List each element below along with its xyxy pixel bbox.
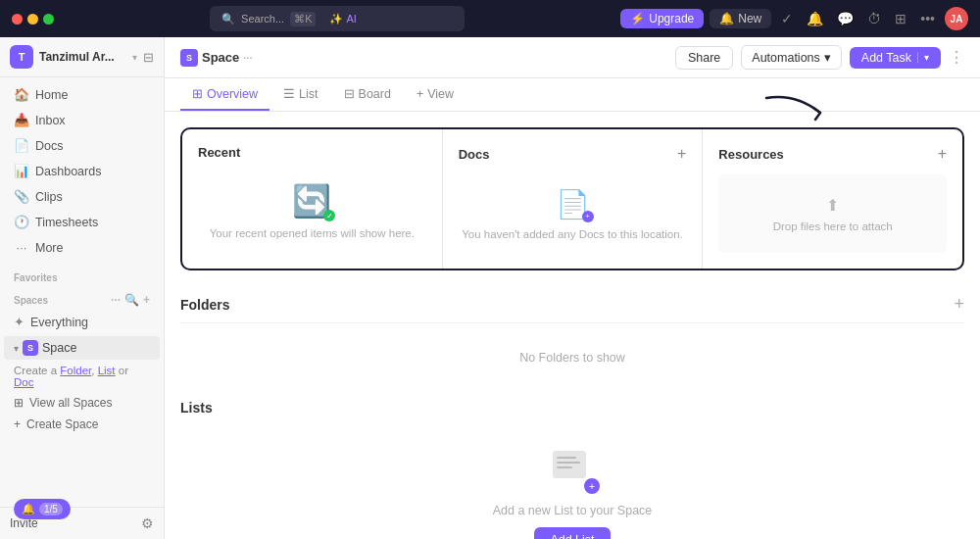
create-space[interactable]: + Create Space [0,414,164,435]
home-icon: 🏠 [14,87,29,102]
spaces-menu-icon[interactable]: ··· [111,293,121,307]
topbar: 🔍 Search... ⌘K ✨ AI ⚡ Upgrade 🔔 New ✓ 🔔 … [0,0,980,37]
breadcrumb-menu[interactable]: ··· [243,52,252,64]
list-icon: ☰ [283,86,295,101]
create-folder-link[interactable]: Folder [60,365,91,376]
upgrade-icon: ⚡ [630,12,645,25]
more-icon: ··· [14,240,29,255]
workspace-chevron: ▾ [132,52,137,63]
recent-card: Recent 🔄 ✓ Your recent opened items will… [182,129,443,269]
more-label: More [35,241,63,255]
new-button[interactable]: 🔔 New [710,9,771,28]
docs-add-badge: + [582,211,594,222]
content: S Space ··· Share Automations ▾ Add Task… [165,37,980,539]
docs-title: Docs [459,147,490,162]
add-task-label: Add Task [861,51,911,65]
sidebar-item-space[interactable]: ▾ S Space ··· + [4,336,160,360]
sidebar-item-timesheets[interactable]: 🕐 Timesheets [4,210,160,234]
space-menu-btn[interactable]: ··· [121,341,135,355]
docs-empty: 📄 + You haven't added any Docs to this l… [459,174,687,253]
space-name: Space [42,341,117,355]
sidebar-item-dashboards[interactable]: 📊 Dashboards [4,159,160,183]
bell-icon[interactable]: 🔔 [803,9,827,28]
lists-empty-text: Add a new List to your Space [493,504,653,517]
maximize-dot[interactable] [43,14,54,24]
share-button[interactable]: Share [675,46,733,70]
sidebar-item-everything[interactable]: ✦ Everything [4,310,160,334]
spaces-search-icon[interactable]: 🔍 [124,293,139,307]
search-bar[interactable]: 🔍 Search... ⌘K ✨ AI [210,6,465,31]
main-layout: T Tanzimul Ar... ▾ ⊟ 🏠 Home 📥 Inbox 📄 Do… [0,37,980,539]
close-dot[interactable] [12,14,23,24]
spaces-add-icon[interactable]: + [143,293,150,307]
automations-label: Automations [752,51,819,65]
inbox-label: Inbox [35,114,66,127]
tab-overview[interactable]: ⊞ Overview [180,78,270,111]
docs-add-icon[interactable]: + [677,145,686,163]
sidebar-item-inbox[interactable]: 📥 Inbox [4,108,160,132]
folders-add-icon[interactable]: + [954,294,964,315]
sidebar-item-more[interactable]: ··· More [4,235,160,260]
lists-section: Lists + Add a new List to yo [180,400,964,539]
tab-list[interactable]: ☰ List [271,78,329,111]
docs-empty-text: You haven't added any Docs to this locat… [462,228,683,240]
sidebar-item-clips[interactable]: 📎 Clips [4,184,160,209]
minimize-dot[interactable] [27,14,38,24]
clips-icon: 📎 [14,189,29,204]
check-icon[interactable]: ✓ [777,9,797,28]
avatar[interactable]: JA [945,7,968,30]
dots-icon[interactable]: ••• [916,9,939,28]
docs-icon-container: 📄 + [556,188,590,220]
create-doc-link[interactable]: Doc [14,376,33,388]
drop-zone[interactable]: ⬆ Drop files here to attach [718,174,947,253]
grid-icon[interactable]: ⊞ [891,9,910,28]
create-list-link[interactable]: List [98,365,116,376]
breadcrumb: S Space ··· [180,49,252,67]
view-all-spaces[interactable]: ⊞ View all Spaces [0,392,164,414]
add-task-button[interactable]: Add Task ▾ [850,47,941,69]
recent-card-header: Recent [198,145,426,160]
svg-rect-1 [557,457,576,459]
topbar-actions: ⚡ Upgrade 🔔 New ✓ 🔔 💬 ⏱ ⊞ ••• JA [620,7,968,30]
drop-zone-text: Drop files here to attach [773,220,893,232]
header-actions: Share Automations ▾ Add Task ▾ ⋮ [675,45,964,70]
space-add-btn[interactable]: + [138,341,150,355]
sidebar-item-docs[interactable]: 📄 Docs [4,133,160,158]
everything-label: Everything [30,316,88,329]
settings-icon[interactable]: ⚙ [141,515,154,531]
folders-title: Folders [180,297,230,313]
create-hint: Create a Folder, List or Doc [0,361,164,392]
tab-board[interactable]: ⊟ Board [332,78,403,111]
upgrade-button[interactable]: ⚡ Upgrade [620,9,704,28]
folders-empty-text: No Folders to show [519,351,625,365]
tab-add-view[interactable]: + View [405,79,466,111]
list-label: List [299,87,318,101]
docs-card-header: Docs + [459,145,687,163]
add-task-dropdown[interactable]: ▾ [917,52,929,63]
chat-icon[interactable]: 💬 [833,9,858,28]
clips-label: Clips [35,190,63,204]
spaces-label: Spaces [14,295,48,306]
content-more-icon[interactable]: ⋮ [949,48,964,67]
lists-empty: + Add a new List to your Space Add List [180,423,964,539]
clock-icon[interactable]: ⏱ [863,9,885,28]
overview-cards: Recent 🔄 ✓ Your recent opened items will… [180,127,964,270]
recent-empty: 🔄 ✓ Your recent opened items will show h… [198,172,426,250]
sidebar-item-home[interactable]: 🏠 Home [4,82,160,107]
dashboards-icon: 📊 [14,164,29,178]
workspace-row[interactable]: T Tanzimul Ar... ▾ ⊟ [10,45,154,69]
automations-button[interactable]: Automations ▾ [741,45,841,70]
overview-icon: ⊞ [192,86,203,101]
recent-empty-text: Your recent opened items will show here. [210,227,415,239]
add-view-label: View [427,87,454,101]
resources-add-icon[interactable]: + [938,145,947,163]
add-list-button[interactable]: Add List [534,527,610,539]
board-icon: ⊟ [344,86,355,101]
resources-title: Resources [718,147,783,162]
view-spaces-icon: ⊞ [14,396,24,410]
layout-icon[interactable]: ⊟ [143,50,154,65]
recent-check-badge: ✓ [323,210,335,221]
ai-label[interactable]: ✨ AI [329,13,356,25]
nav-items: 🏠 Home 📥 Inbox 📄 Docs 📊 Dashboards 📎 Cli… [0,77,164,265]
svg-rect-0 [553,451,586,478]
